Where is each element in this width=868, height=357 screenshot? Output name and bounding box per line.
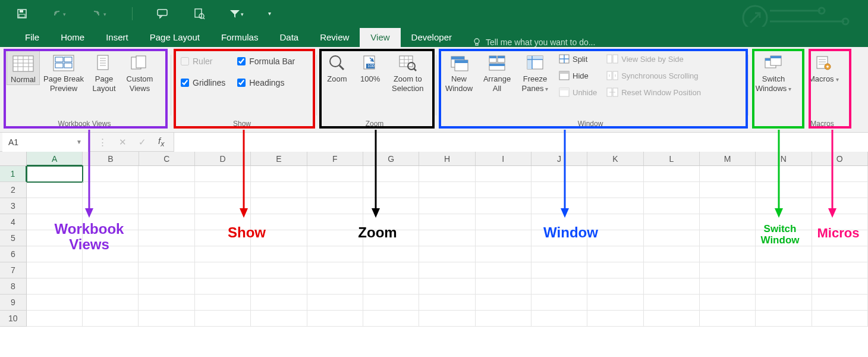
cell-M5[interactable] <box>700 230 756 246</box>
macros-button[interactable]: Macros <box>807 51 840 84</box>
cell-C9[interactable] <box>139 295 194 311</box>
new-window-button[interactable]: New Window <box>441 51 477 93</box>
cell-H2[interactable] <box>419 182 475 198</box>
custom-views-button[interactable]: Custom Views <box>123 51 156 93</box>
column-headers[interactable]: ABCDEFGHIJKLMNO <box>27 152 868 166</box>
tab-review[interactable]: Review <box>309 28 360 47</box>
tab-developer[interactable]: Developer <box>401 28 463 47</box>
cell-N9[interactable] <box>756 295 812 311</box>
cell-K5[interactable] <box>587 230 643 246</box>
cell-L7[interactable] <box>644 262 700 278</box>
row-header-2[interactable]: 2 <box>0 182 27 198</box>
cell-J10[interactable] <box>532 311 587 327</box>
tab-home[interactable]: Home <box>50 28 95 47</box>
comment-icon[interactable] <box>156 8 169 19</box>
col-header-O[interactable]: O <box>812 152 868 165</box>
cell-D8[interactable] <box>195 278 251 295</box>
cell-B6[interactable] <box>83 246 139 262</box>
grid-rows[interactable]: 12345678910 <box>0 166 868 327</box>
cell-K2[interactable] <box>587 182 643 198</box>
cell-C2[interactable] <box>139 182 194 198</box>
page-layout-button[interactable]: Page Layout <box>87 51 121 93</box>
cell-J6[interactable] <box>532 246 587 262</box>
cell-H5[interactable] <box>419 230 475 246</box>
cell-M2[interactable] <box>700 182 756 198</box>
cell-B1[interactable] <box>83 166 139 182</box>
cell-B10[interactable] <box>83 311 139 327</box>
cell-E10[interactable] <box>251 311 307 327</box>
cell-M1[interactable] <box>700 166 756 182</box>
col-header-C[interactable]: C <box>139 152 195 165</box>
cell-I3[interactable] <box>476 198 532 214</box>
cell-O4[interactable] <box>812 214 868 230</box>
cell-J5[interactable] <box>532 230 587 246</box>
cell-M9[interactable] <box>700 295 756 311</box>
cell-D9[interactable] <box>195 295 251 311</box>
cell-B4[interactable] <box>83 214 139 230</box>
cell-J4[interactable] <box>532 214 587 230</box>
cell-N5[interactable] <box>756 230 812 246</box>
cell-H4[interactable] <box>419 214 475 230</box>
cell-F3[interactable] <box>307 198 363 214</box>
tab-formulas[interactable]: Formulas <box>210 28 269 47</box>
tab-pagelayout[interactable]: Page Layout <box>139 28 210 47</box>
row-header-6[interactable]: 6 <box>0 246 27 262</box>
cell-B3[interactable] <box>83 198 139 214</box>
cell-I10[interactable] <box>476 311 532 327</box>
cell-F6[interactable] <box>307 246 363 262</box>
cell-H3[interactable] <box>419 198 475 214</box>
cell-B5[interactable] <box>83 230 139 246</box>
row-header-10[interactable]: 10 <box>0 311 27 327</box>
hide-button[interactable]: Hide <box>556 70 599 82</box>
cell-G2[interactable] <box>363 182 419 198</box>
cell-F9[interactable] <box>307 295 363 311</box>
cell-K1[interactable] <box>587 166 643 182</box>
cell-F1[interactable] <box>307 166 363 182</box>
cell-E6[interactable] <box>251 246 307 262</box>
row-header-4[interactable]: 4 <box>0 214 27 230</box>
cell-F7[interactable] <box>307 262 363 278</box>
chevron-down-icon[interactable]: ▼ <box>76 139 82 145</box>
cell-J7[interactable] <box>532 262 587 278</box>
row-header-5[interactable]: 5 <box>0 230 27 246</box>
cell-G10[interactable] <box>363 311 419 327</box>
cell-D1[interactable] <box>195 166 251 182</box>
cell-C8[interactable] <box>139 278 194 295</box>
cell-F5[interactable] <box>307 230 363 246</box>
cell-O6[interactable] <box>812 246 868 262</box>
col-header-E[interactable]: E <box>251 152 307 165</box>
col-header-I[interactable]: I <box>476 152 532 165</box>
zoom-100-button[interactable]: 100 100% <box>355 51 386 84</box>
cell-E1[interactable] <box>251 166 307 182</box>
cell-C1[interactable] <box>139 166 194 182</box>
cell-H10[interactable] <box>419 311 475 327</box>
row-header-9[interactable]: 9 <box>0 295 27 311</box>
row-header-1[interactable]: 1 <box>0 166 27 182</box>
cell-E5[interactable] <box>251 230 307 246</box>
cell-D10[interactable] <box>195 311 251 327</box>
formula-bar-checkbox[interactable]: Formula Bar <box>236 54 296 68</box>
cell-L10[interactable] <box>644 311 700 327</box>
col-header-K[interactable]: K <box>587 152 643 165</box>
cell-A2[interactable] <box>27 182 83 198</box>
cell-O2[interactable] <box>812 182 868 198</box>
cell-K3[interactable] <box>587 198 643 214</box>
spreadsheet-grid[interactable]: ABCDEFGHIJKLMNO 12345678910 <box>0 152 868 327</box>
qat-customize-icon[interactable]: ▾ <box>268 10 271 17</box>
cell-D2[interactable] <box>195 182 251 198</box>
tab-data[interactable]: Data <box>269 28 309 47</box>
col-header-G[interactable]: G <box>363 152 419 165</box>
col-header-M[interactable]: M <box>700 152 756 165</box>
cell-I7[interactable] <box>476 262 532 278</box>
freeze-panes-button[interactable]: Freeze Panes <box>517 51 553 94</box>
cell-L6[interactable] <box>644 246 700 262</box>
cell-K7[interactable] <box>587 262 643 278</box>
cell-C3[interactable] <box>139 198 194 214</box>
cell-H9[interactable] <box>419 295 475 311</box>
cell-K8[interactable] <box>587 278 643 295</box>
row-header-3[interactable]: 3 <box>0 198 27 214</box>
cell-A3[interactable] <box>27 198 83 214</box>
row-header-7[interactable]: 7 <box>0 262 27 278</box>
col-header-H[interactable]: H <box>419 152 475 165</box>
cell-B2[interactable] <box>83 182 139 198</box>
